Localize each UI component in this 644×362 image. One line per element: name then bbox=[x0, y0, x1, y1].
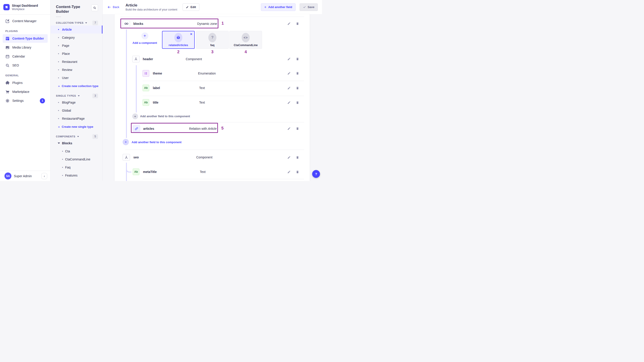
subnav-item-cta[interactable]: Cta bbox=[50, 147, 102, 155]
fields-card: blocks Dynamic zone 1 + Add a component bbox=[114, 14, 310, 181]
sidebar-item-content-manager[interactable]: Content Manager bbox=[0, 17, 50, 25]
field-type: Enumeration bbox=[198, 72, 216, 75]
subnav-item-article[interactable]: Article bbox=[50, 26, 102, 34]
sidebar-item-calendar[interactable]: Calendar bbox=[0, 52, 50, 61]
add-component-button[interactable]: + Add a component bbox=[132, 31, 157, 44]
page-title: Article bbox=[126, 3, 177, 8]
chevron-down-icon bbox=[78, 95, 80, 96]
field-row-blocks: blocks Dynamic zone bbox=[114, 19, 310, 28]
help-button[interactable]: ? bbox=[312, 170, 320, 178]
sidebar-item-settings[interactable]: Settings 1 bbox=[0, 96, 50, 105]
sidebar-item-plugins[interactable]: Plugins bbox=[0, 78, 50, 87]
edit-field-icon[interactable] bbox=[287, 101, 291, 104]
component-group-blocks[interactable]: Blocks bbox=[50, 139, 102, 147]
single-types-count: 3 bbox=[92, 94, 98, 98]
annotation-number-2: 2 bbox=[162, 50, 195, 54]
check-icon bbox=[303, 6, 306, 8]
save-button[interactable]: Save bbox=[300, 3, 318, 11]
component-card-ctacommandline[interactable]: <> CtaCommandLine bbox=[229, 31, 262, 49]
subnav-item-category[interactable]: Category bbox=[50, 34, 102, 42]
search-button[interactable] bbox=[91, 4, 98, 11]
sidebar-item-label: Calendar bbox=[12, 54, 25, 58]
edit-field-icon[interactable] bbox=[287, 72, 291, 75]
component-card-faq[interactable]: ? faq bbox=[196, 31, 229, 49]
sidebar-item-label: Marketplace bbox=[12, 90, 29, 94]
sidebar-item-media-library[interactable]: Media Library bbox=[0, 43, 50, 52]
subnav-item-faq[interactable]: Faq bbox=[50, 163, 102, 172]
subnav-item-review[interactable]: Review bbox=[50, 66, 102, 74]
media-library-icon bbox=[5, 46, 10, 50]
single-types-header[interactable]: SINGLE TYPES 3 bbox=[50, 93, 102, 98]
add-field-to-component-button[interactable]: + Add another field to this component bbox=[114, 139, 310, 145]
subnav-divider bbox=[56, 16, 61, 17]
edit-field-icon[interactable] bbox=[287, 22, 291, 25]
collapse-sidebar-button[interactable]: ‹ bbox=[42, 173, 47, 179]
subnav-item-place[interactable]: Place bbox=[50, 50, 102, 58]
edit-button[interactable]: Edit bbox=[182, 3, 200, 11]
delete-field-icon[interactable] bbox=[296, 156, 299, 159]
field-row-title: Ab title Text bbox=[114, 97, 310, 108]
create-single-type-link[interactable]: + Create new single type bbox=[50, 122, 102, 131]
seo-search-icon bbox=[5, 63, 10, 68]
field-type: Text bbox=[200, 170, 206, 174]
chevron-down-icon bbox=[85, 22, 87, 24]
back-link[interactable]: Back bbox=[108, 5, 119, 9]
edit-field-icon[interactable] bbox=[287, 127, 291, 130]
component-card-relatedarticles[interactable]: ✕ relatedArticles bbox=[162, 31, 195, 49]
add-another-field-button[interactable]: + Add another field bbox=[261, 3, 296, 11]
delete-field-icon[interactable] bbox=[296, 72, 299, 75]
app-title: Strapi Dashboard bbox=[12, 4, 38, 8]
field-name: label bbox=[153, 86, 160, 90]
field-name: articles bbox=[143, 127, 154, 130]
edit-field-icon[interactable] bbox=[287, 86, 291, 90]
subnav-item-restaurant[interactable]: Restaurant bbox=[50, 58, 102, 66]
collection-types-count: 7 bbox=[92, 20, 98, 25]
avatar[interactable]: SA bbox=[4, 172, 12, 180]
delete-field-icon[interactable] bbox=[296, 101, 299, 104]
components-header[interactable]: COMPONENTS 5 bbox=[50, 134, 102, 139]
sidebar-item-marketplace[interactable]: Marketplace bbox=[0, 88, 50, 96]
settings-notification-badge: 1 bbox=[40, 98, 45, 103]
edit-field-icon[interactable] bbox=[287, 170, 291, 174]
field-row-header: header Component bbox=[114, 54, 310, 64]
edit-field-icon[interactable] bbox=[287, 57, 291, 61]
edit-field-icon[interactable] bbox=[287, 156, 291, 159]
subnav-item-restaurantpage[interactable]: RestaurantPage bbox=[50, 114, 102, 122]
workspace-name: Workplace bbox=[12, 8, 38, 11]
component-picker: + Add a component ✕ relatedArticles ? fa… bbox=[114, 31, 310, 54]
field-name: title bbox=[153, 101, 158, 104]
dynamic-zone-icon bbox=[122, 20, 130, 27]
chevron-left-icon: ‹ bbox=[44, 174, 45, 178]
sidebar-item-seo[interactable]: SEO bbox=[0, 61, 50, 70]
text-field-icon: Ab bbox=[133, 168, 140, 175]
subnav-item-ctacommandline[interactable]: CtaCommandLine bbox=[50, 155, 102, 163]
field-name: theme bbox=[153, 72, 162, 75]
delete-field-icon[interactable] bbox=[296, 170, 299, 174]
sidebar-item-content-type-builder[interactable]: Content-Type Builder bbox=[3, 34, 48, 43]
subnav-item-features[interactable]: Features bbox=[50, 172, 102, 180]
close-icon[interactable]: ✕ bbox=[190, 32, 192, 36]
workspace-switcher[interactable]: Strapi Dashboard Workplace bbox=[0, 0, 50, 14]
delete-field-icon[interactable] bbox=[296, 86, 299, 90]
create-collection-type-link[interactable]: + Create new collection type bbox=[50, 82, 102, 90]
subnav-item-global[interactable]: Global bbox=[50, 106, 102, 114]
app-root: Strapi Dashboard Workplace Content Manag… bbox=[0, 0, 322, 181]
add-field-to-component-button[interactable]: + Add another field to this component bbox=[114, 113, 310, 120]
plus-icon: + bbox=[58, 125, 60, 129]
field-type: Text bbox=[199, 86, 205, 90]
subnav-item-blogpage[interactable]: BlogPage bbox=[50, 98, 102, 106]
delete-field-icon[interactable] bbox=[296, 57, 299, 61]
subnav-item-page[interactable]: Page bbox=[50, 42, 102, 50]
delete-field-icon[interactable] bbox=[296, 22, 299, 25]
delete-field-icon[interactable] bbox=[296, 127, 299, 130]
collection-types-header[interactable]: COLLECTION TYPES 7 bbox=[50, 20, 102, 26]
field-row-theme: theme Enumeration bbox=[114, 68, 310, 78]
triangle-down-icon bbox=[58, 142, 60, 144]
field-row-seo: seo Component bbox=[114, 152, 310, 162]
user-row: SA Super Admin ‹ bbox=[0, 171, 50, 181]
field-name: blocks bbox=[133, 22, 143, 26]
sidebar-item-label: Plugins bbox=[12, 81, 22, 84]
field-name: metaTitle bbox=[143, 170, 157, 174]
cart-icon bbox=[5, 90, 10, 94]
subnav-item-user[interactable]: User bbox=[50, 74, 102, 82]
